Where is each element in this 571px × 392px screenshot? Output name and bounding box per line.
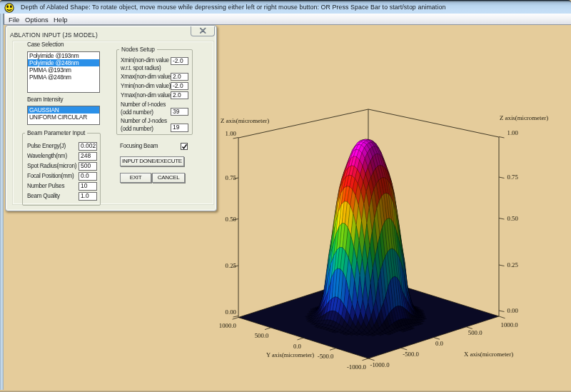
svg-text:-500.0: -500.0 xyxy=(318,353,334,360)
svg-text:0.75: 0.75 xyxy=(507,174,519,181)
svg-text:500.0: 500.0 xyxy=(255,332,269,339)
svg-text:0.00: 0.00 xyxy=(507,307,519,314)
svg-text:-500.0: -500.0 xyxy=(403,351,419,358)
svg-text:1000.0: 1000.0 xyxy=(219,322,237,329)
svg-text:0.75: 0.75 xyxy=(226,174,237,181)
svg-text:0.25: 0.25 xyxy=(507,261,519,268)
svg-text:Z axis(micrometer): Z axis(micrometer) xyxy=(500,114,548,121)
svg-text:X axis(micrometer): X axis(micrometer) xyxy=(464,351,513,358)
svg-text:0.25: 0.25 xyxy=(226,262,237,269)
svg-text:Y axis(micrometer): Y axis(micrometer) xyxy=(266,351,314,358)
svg-text:0.00: 0.00 xyxy=(226,308,237,316)
svg-text:-1000.0: -1000.0 xyxy=(370,361,390,368)
svg-text:1000.0: 1000.0 xyxy=(501,321,519,328)
svg-text:1.00: 1.00 xyxy=(507,129,519,136)
svg-text:Z axis(micrometer): Z axis(micrometer) xyxy=(221,117,269,124)
svg-text:0.0: 0.0 xyxy=(293,343,302,350)
svg-text:0.50: 0.50 xyxy=(226,216,237,223)
svg-text:1.00: 1.00 xyxy=(226,130,237,137)
svg-text:0.0: 0.0 xyxy=(435,340,444,347)
svg-text:500.0: 500.0 xyxy=(468,329,482,336)
svg-text:0.50: 0.50 xyxy=(507,215,519,222)
svg-text:-1000.0: -1000.0 xyxy=(347,363,367,371)
